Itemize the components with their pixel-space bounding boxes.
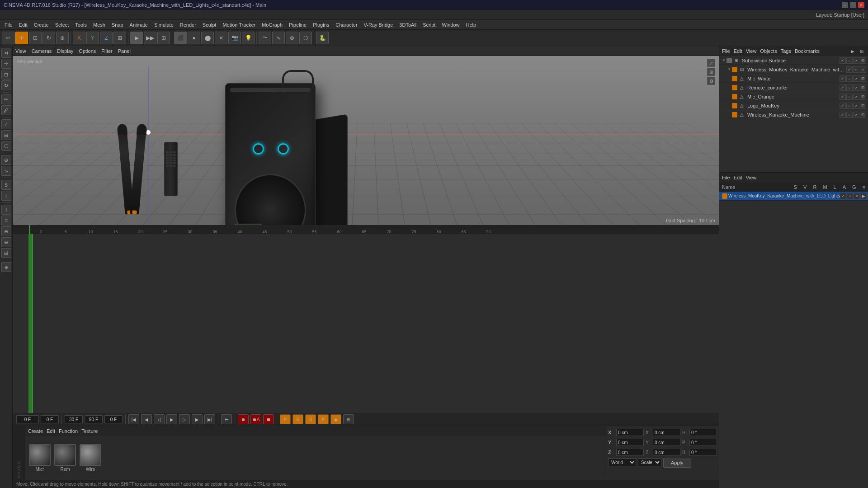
menu-file[interactable]: File (2, 21, 15, 28)
om-menu-tags[interactable]: Tags (781, 48, 791, 54)
tl-key-scale[interactable]: S (305, 414, 316, 424)
menu-pipeline[interactable]: Pipeline (286, 21, 309, 28)
om-item-remote[interactable]: △ Remote_controller ✓ ○ × ⊞ (719, 83, 868, 92)
om-ctrl-lockmain[interactable]: × (860, 66, 866, 73)
menu-help[interactable]: Help (463, 21, 479, 28)
end-frame-field[interactable] (85, 415, 103, 423)
mat-texture[interactable]: Texture (81, 428, 98, 434)
menu-animate[interactable]: Animate (127, 21, 151, 28)
attr-ctrl-4[interactable]: ▶ (860, 193, 867, 199)
left-twist[interactable]: ↕ (1, 191, 11, 201)
mat-create[interactable]: Create (28, 428, 43, 434)
menu-vray[interactable]: V-Ray Bridge (361, 21, 396, 28)
minimize-button[interactable]: ─ (842, 2, 848, 8)
om-ctrl-l3[interactable]: × (853, 103, 859, 109)
toolbar-y-axis[interactable]: Y (86, 32, 99, 44)
om-ctrl-mw3[interactable]: × (853, 75, 859, 82)
tl-next-key[interactable]: ▷ (179, 414, 190, 424)
om-ctrl-mw1[interactable]: ✓ (840, 75, 846, 82)
tl-timeline-view[interactable]: ⊞ (343, 414, 354, 424)
toolbar-render2[interactable]: ▶▶ (144, 32, 156, 44)
toolbar-spline[interactable]: 〜 (259, 32, 271, 44)
coord-system-dropdown[interactable]: World Local Camera (608, 458, 636, 466)
toolbar-move[interactable]: ✛ (15, 32, 28, 44)
om-ctrl-mo3[interactable]: × (853, 94, 859, 100)
om-ctrl-extra0[interactable]: ⊞ (860, 57, 866, 64)
left-flatten[interactable]: ⊖ (1, 237, 11, 247)
left-select[interactable]: ⊲ (1, 48, 11, 58)
maximize-button[interactable]: □ (850, 2, 856, 8)
attr-ctrl-1[interactable]: ✓ (840, 193, 846, 199)
tl-go-start[interactable]: |◀ (128, 414, 139, 424)
left-magnet[interactable]: ⊕ (1, 155, 11, 165)
om-ctrl-l4[interactable]: ⊞ (860, 103, 866, 109)
coord-y-pos[interactable] (616, 439, 644, 446)
left-knife[interactable]: ∕ (1, 119, 11, 129)
om-ctrl-k2[interactable]: ○ (846, 112, 853, 118)
menu-motion-tracker[interactable]: Motion Tracker (220, 21, 258, 28)
vp-layout[interactable]: ⊞ (707, 68, 715, 76)
attr-ctrl-3[interactable]: × (854, 193, 860, 199)
attr-menu-view[interactable]: View (746, 175, 757, 180)
mat-item-2[interactable]: Wire (80, 444, 101, 472)
menu-create[interactable]: Create (31, 21, 52, 28)
left-inflate[interactable]: ⊕ (1, 226, 11, 236)
om-menu-bookmarks[interactable]: Bookmarks (795, 48, 820, 54)
om-menu-file[interactable]: File (722, 48, 730, 54)
om-item-main[interactable]: ▼ ⊡ Wireless_MouKey_Karaoke_Machine_with… (719, 65, 868, 74)
tl-next-frame[interactable]: ▶ (192, 414, 203, 424)
om-ctrl-k4[interactable]: ⊞ (860, 112, 866, 118)
left-bridge[interactable]: ⊟ (1, 130, 11, 140)
left-scale[interactable]: ⊡ (1, 70, 11, 80)
toolbar-rotate[interactable]: ↻ (42, 32, 55, 44)
apply-button[interactable]: Apply (663, 458, 691, 468)
tl-prev-key[interactable]: ◁ (154, 414, 165, 424)
menu-simulate[interactable]: Simulate (151, 21, 176, 28)
toolbar-cylinder[interactable]: ⬤ (201, 32, 214, 44)
vp-menu-display[interactable]: Display (57, 48, 73, 54)
om-ctrl-check0[interactable]: ✓ (840, 57, 846, 64)
om-item-mic-orange[interactable]: △ Mic_Orange ✓ ○ × ⊞ (719, 92, 868, 101)
toolbar-world[interactable]: ⊞ (113, 32, 126, 44)
vp-maximize[interactable]: ⤢ (707, 59, 715, 67)
vp-menu-cameras[interactable]: Cameras (32, 48, 52, 54)
left-extrude[interactable]: ⬡ (1, 141, 11, 151)
toolbar-null[interactable]: ✕ (215, 32, 227, 44)
om-ctrl-l2[interactable]: ○ (846, 103, 853, 109)
tl-record[interactable]: ⏺ (238, 414, 249, 424)
om-ctrl-mw4[interactable]: ⊞ (860, 75, 866, 82)
menu-tools[interactable]: Tools (72, 21, 90, 28)
coord-x-pos[interactable] (616, 429, 644, 436)
toolbar-deformer[interactable]: ⬡ (299, 32, 312, 44)
om-icon-2[interactable]: ⊞ (858, 47, 865, 55)
om-ctrl-vis0[interactable]: ○ (846, 57, 853, 64)
toolbar-select[interactable]: ⊕ (56, 32, 69, 44)
om-ctrl-r2[interactable]: ○ (846, 84, 853, 91)
tl-go-end[interactable]: ▶| (204, 414, 215, 424)
tl-stop[interactable]: ⏹ (263, 414, 274, 424)
toolbar-python[interactable]: 🐍 (316, 32, 329, 44)
left-smooth[interactable]: ∿ (1, 166, 11, 176)
left-move[interactable]: ✛ (1, 59, 11, 69)
menu-render[interactable]: Render (177, 21, 199, 28)
tl-prev-frame[interactable]: ◀ (141, 414, 152, 424)
menu-select[interactable]: Select (52, 21, 72, 28)
left-rotate[interactable]: ↻ (1, 80, 11, 90)
mat-item-1[interactable]: Rem (54, 444, 76, 472)
om-ctrl-mw2[interactable]: ○ (846, 75, 853, 82)
viewport[interactable]: View Cameras Display Options Filter Pane… (13, 46, 719, 225)
coord-z-rot[interactable] (653, 449, 680, 456)
left-material[interactable]: ◈ (1, 262, 11, 272)
tl-key-param[interactable]: P (318, 414, 329, 424)
menu-3dtoa[interactable]: 3DToAll (396, 21, 419, 28)
om-ctrl-k1[interactable]: ✓ (840, 112, 846, 118)
mat-edit[interactable]: Edit (47, 428, 55, 434)
attr-ctrl-2[interactable]: ○ (847, 193, 853, 199)
om-ctrl-mo4[interactable]: ⊞ (860, 94, 866, 100)
om-ctrl-lock0[interactable]: × (853, 57, 859, 64)
om-ctrl-l1[interactable]: ✓ (840, 103, 846, 109)
vp-menu-panel[interactable]: Panel (118, 48, 131, 54)
timeline-playhead[interactable] (29, 225, 30, 234)
mat-item-0[interactable]: Micr (29, 444, 51, 472)
om-menu-edit[interactable]: Edit (734, 48, 742, 54)
